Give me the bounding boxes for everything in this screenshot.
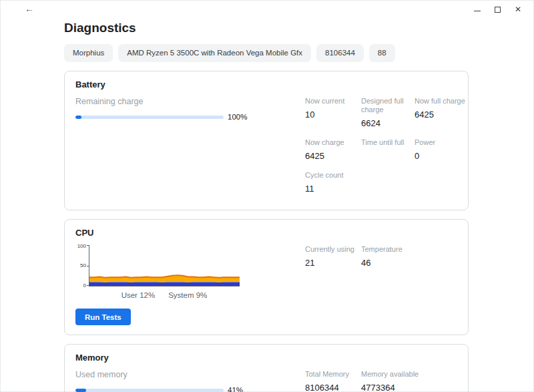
battery-charge-bar [75,116,224,119]
memory-percent-label: 41% [228,386,243,392]
cpu-run-tests-button[interactable]: Run Tests [75,309,131,325]
window-controls: ✕ [474,5,521,13]
stat-time-until-full: Time until full [361,138,415,168]
chip-board-name: Morphius [64,44,113,62]
chip-total-memory: 8106344 [316,44,364,62]
stat-designed-full-charge: Designed full charge 6624 [361,97,415,135]
memory-card: Memory Used memory 41% Run Tests Total M… [64,344,469,392]
stat-temperature: Temperature 46 [361,245,435,274]
minimize-icon[interactable] [474,11,481,11]
y-tick-label-0: 0 [83,282,86,288]
memory-usage-bar-fill [75,389,86,392]
close-icon[interactable]: ✕ [515,5,521,13]
y-tick-label-50: 50 [80,262,86,268]
stat-now-full-charge: Now full charge 6425 [415,97,479,126]
main-content: Diagnostics Morphius AMD Ryzen 5 3500C w… [1,21,533,392]
stat-power: Power 0 [415,138,479,168]
battery-card-title: Battery [75,79,457,89]
maximize-icon[interactable] [495,7,501,13]
battery-charge-bar-fill [75,116,81,119]
battery-stats-grid: Now current 10 Designed full charge 6624… [305,97,479,200]
y-tick-label-100: 100 [77,243,86,249]
stat-now-charge: Now charge 6425 [305,138,361,168]
chip-version: 88 [369,44,395,62]
memory-card-title: Memory [75,353,457,363]
stat-memory-available: Memory available 4773364 [361,370,435,392]
cpu-usage-chart [89,245,240,286]
system-info-chips: Morphius AMD Ryzen 5 3500C with Radeon V… [64,44,469,62]
cpu-stats-grid: Currently using 21 Temperature 46 [305,245,435,325]
legend-system: System 9% [168,291,207,299]
legend-user: User 12% [121,291,156,299]
stat-total-memory: Total Memory 8106344 [305,370,361,392]
diagnostics-window: ← ✕ Diagnostics Morphius AMD Ryzen 5 350… [0,0,534,392]
cpu-chart-block: 100 50 0 User 12% System 9% Run Test [75,245,246,325]
cpu-usage-chart-svg [89,245,240,286]
stat-cycle-count: Cycle count 11 [305,171,361,200]
back-arrow-icon[interactable]: ← [25,4,34,13]
cpu-chart-legend: User 12% System 9% [89,291,240,299]
cpu-card-title: CPU [75,228,457,238]
memory-gauge-label: Used memory [75,370,246,379]
cpu-card: CPU 100 50 0 Us [64,219,469,335]
battery-gauge-label: Remaining charge [75,97,246,106]
titlebar: ← ✕ [1,1,533,15]
page-title: Diagnostics [64,21,469,35]
memory-stats-grid: Total Memory 8106344 Memory available 47… [305,370,435,392]
memory-usage-bar [75,389,224,392]
chip-cpu-name: AMD Ryzen 5 3500C with Radeon Vega Mobil… [118,44,311,62]
battery-percent-label: 100% [228,113,247,121]
stat-currently-using: Currently using 21 [305,245,361,274]
stat-now-current: Now current 10 [305,97,361,126]
battery-card: Battery Remaining charge 100% Now curren… [64,71,469,210]
